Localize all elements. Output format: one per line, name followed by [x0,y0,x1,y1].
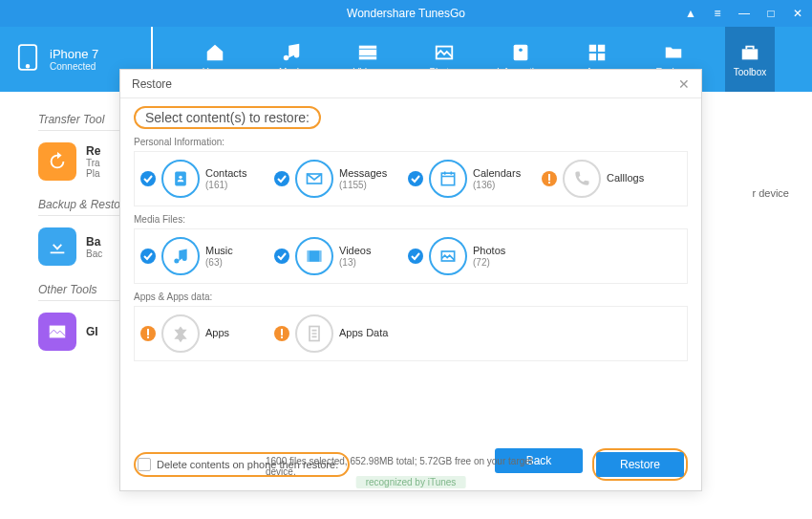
maximize-icon[interactable]: □ [764,7,778,20]
device-name: iPhone 7 [50,47,98,61]
section-personal: Personal Information: [134,137,688,147]
svg-rect-25 [308,250,310,262]
messages-icon [295,160,333,198]
dialog-subtitle: Select content(s) to restore: [134,106,321,129]
close-icon[interactable]: ✕ [678,76,690,92]
check-icon[interactable] [140,171,156,186]
svg-rect-26 [319,250,322,262]
document-icon [295,314,333,353]
phone-icon [563,160,601,198]
svg-point-5 [519,48,523,52]
close-window-icon[interactable]: ✕ [791,7,804,20]
warning-icon [140,326,156,341]
warning-icon [542,171,557,186]
group-apps: Apps Apps Data [134,306,688,361]
svg-rect-8 [589,53,596,59]
svg-rect-18 [441,173,454,185]
refresh-icon [38,142,76,181]
svg-rect-4 [514,44,528,60]
check-icon[interactable] [408,249,423,264]
item-appsdata[interactable]: Apps Data [274,314,408,353]
svg-rect-9 [598,53,605,59]
photo-icon [429,237,467,275]
svg-rect-7 [598,44,605,51]
item-music[interactable]: Music(63) [140,237,274,275]
svg-point-17 [408,171,423,186]
restore-dialog: Restore ✕ Select content(s) to restore: … [119,69,702,491]
svg-point-12 [140,171,156,186]
check-icon[interactable] [274,171,289,186]
minimize-icon[interactable]: — [737,7,751,20]
svg-rect-30 [147,329,149,335]
app-title: Wondershare TunesGo [347,7,465,20]
hint-text: r device [752,187,789,199]
svg-rect-10 [742,49,759,59]
menu-icon[interactable]: ≡ [711,7,724,20]
item-apps[interactable]: Apps [140,314,274,353]
dialog-title: Restore [132,77,172,91]
warning-icon [274,326,289,341]
delete-checkbox[interactable] [138,458,151,471]
item-videos[interactable]: Videos(13) [274,237,408,275]
phone-icon [17,43,38,76]
check-icon[interactable] [274,249,289,264]
status-text: 1600 files selected, 652.98MB total; 5.7… [266,456,556,477]
svg-rect-33 [281,329,283,335]
music-icon [161,237,200,275]
user-icon[interactable]: ▲ [684,7,697,20]
titlebar: Wondershare TunesGo ▲ ≡ — □ ✕ [0,0,812,27]
svg-point-15 [274,171,289,186]
item-calllogs[interactable]: Calllogs [542,160,675,198]
device-status: Connected [50,61,98,72]
contacts-icon [161,160,200,198]
group-personal: Contacts(161) Messages(1155) Calendars(1… [134,151,688,206]
svg-point-1 [27,65,30,68]
section-apps: Apps & Apps data: [134,292,688,302]
image-icon [38,313,76,351]
calendar-icon [429,160,467,198]
svg-rect-34 [281,336,283,338]
svg-point-23 [274,249,289,264]
svg-point-14 [179,176,182,179]
item-calendars[interactable]: Calendars(136) [408,160,542,198]
item-photos[interactable]: Photos(72) [408,237,542,275]
video-icon [295,237,333,275]
svg-point-22 [140,249,156,264]
item-messages[interactable]: Messages(1155) [274,160,408,198]
svg-rect-21 [548,182,550,184]
svg-rect-6 [589,44,596,51]
restore-button[interactable]: Restore [596,452,684,477]
svg-rect-2 [359,45,376,59]
check-icon[interactable] [140,249,156,264]
section-media: Media Files: [134,214,688,225]
item-contacts[interactable]: Contacts(161) [140,160,274,198]
svg-rect-20 [548,174,550,181]
download-icon [38,227,76,266]
check-icon[interactable] [408,171,423,186]
group-media: Music(63) Videos(13) Photos(72) [134,228,688,284]
apps-icon [161,314,200,353]
nav-toolbox[interactable]: Toolbox [725,27,775,92]
svg-rect-31 [147,336,149,338]
recognized-text: recognized by iTunes [356,476,466,488]
svg-point-27 [408,249,423,264]
